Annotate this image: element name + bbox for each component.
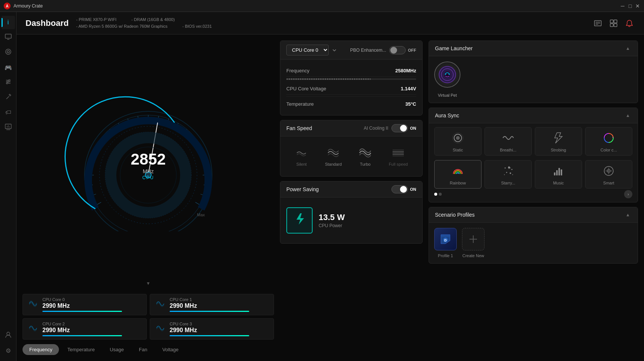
news-button[interactable] — [592, 18, 603, 29]
tab-fan[interactable]: Fan — [132, 344, 154, 355]
monitor-icon — [5, 123, 12, 132]
aura-effect-strobing[interactable]: Strobing — [535, 127, 582, 156]
pbo-toggle[interactable]: OFF — [389, 46, 416, 54]
sidebar-item-labels[interactable]: 🏷 — [2, 106, 15, 119]
game-item-virtual-pet[interactable]: Virtual Pet — [434, 61, 460, 97]
svg-point-69 — [448, 73, 450, 75]
aura-effect-music[interactable]: Music — [535, 160, 582, 189]
maximize-button[interactable]: □ — [627, 3, 633, 9]
aura-strobing-label: Strobing — [551, 148, 566, 152]
system-info: - PRIME X870-P WIFI - DRAM (16GB & 4800)… — [76, 16, 212, 30]
temperature-label: Temperature — [286, 101, 314, 107]
tab-voltage[interactable]: Voltage — [155, 344, 185, 355]
info-line2: - AMD Ryzen 5 8600G w/ Radeon 760M Graph… — [76, 23, 212, 30]
aura-effect-rainbow[interactable]: Rainbow — [434, 160, 481, 189]
sidebar-item-tools[interactable] — [2, 91, 15, 104]
fan-turbo-icon — [358, 146, 372, 160]
core-info-1: CPU Core 1 2990 MHz — [170, 297, 269, 312]
game-launcher-expand[interactable]: ▲ — [624, 45, 632, 52]
aura-music-icon — [551, 163, 566, 178]
tab-temperature[interactable]: Temperature — [60, 344, 101, 355]
game-icon-virtual-pet — [434, 61, 460, 88]
aura-music-label: Music — [553, 181, 564, 185]
aura-sync-card: Aura Sync ▲ — [429, 108, 638, 202]
core-card-0: CPU Core 0 2990 MHz — [23, 294, 147, 315]
tab-usage[interactable]: Usage — [103, 344, 131, 355]
aura-nav-next[interactable]: › — [624, 190, 632, 198]
aura-sync-title: Aura Sync — [435, 112, 459, 118]
core-info-2: CPU Core 2 2990 MHz — [42, 322, 142, 336]
frequency-label: Frequency — [286, 68, 309, 73]
info-line1: - PRIME X870-P WIFI - DRAM (16GB & 4800) — [76, 16, 212, 23]
tools-icon — [5, 93, 12, 102]
aura-bottom-nav: › — [434, 189, 632, 198]
svg-point-76 — [506, 172, 507, 173]
fan-speed-card: Fan Speed AI Cooling II ON — [280, 120, 423, 177]
profile-create-new[interactable]: Create New — [462, 228, 485, 258]
core-name-1: CPU Core 1 — [170, 297, 269, 302]
cpu-core-select[interactable]: CPU Core 0 CPU Core 1 CPU Core 2 CPU Cor… — [286, 45, 329, 55]
svg-point-73 — [505, 168, 506, 169]
power-icon — [292, 211, 307, 229]
sidebar-item-settings[interactable]: ⚙ — [2, 344, 15, 357]
voltage-value: 1.144V — [401, 86, 416, 91]
aura-static-icon — [450, 130, 465, 145]
middle-panel: CPU Core 0 CPU Core 1 CPU Core 2 CPU Cor… — [280, 40, 423, 355]
cpu-metrics-body: Frequency 2580MHz CPU Core Voltage 1.144… — [280, 60, 422, 115]
pbo-label: PBO Enhancem... — [350, 48, 386, 53]
dropdown-arrow-icon — [332, 48, 337, 53]
aura-effect-smart[interactable]: Smart — [585, 160, 632, 189]
core-name-3: CPU Core 3 — [170, 322, 269, 326]
fan-modes: Silent Standard — [286, 142, 416, 171]
sidebar-item-aura[interactable] — [2, 46, 15, 59]
core-info-0: CPU Core 0 2990 MHz — [42, 297, 142, 312]
tuning-icon — [5, 78, 12, 87]
scenario-profiles-expand[interactable]: ▲ — [624, 211, 632, 219]
sidebar-item-devices[interactable] — [2, 31, 15, 44]
fan-toggle-label: ON — [410, 126, 417, 130]
minimize-button[interactable]: ─ — [620, 3, 625, 9]
aura-starry-icon — [501, 163, 516, 178]
app-logo: A — [4, 3, 11, 9]
svg-point-4 — [6, 49, 11, 54]
sidebar-item-user[interactable] — [2, 329, 15, 342]
fan-mode-turbo[interactable]: Turbo — [358, 146, 372, 166]
header-left: Dashboard - PRIME X870-P WIFI - DRAM (16… — [26, 16, 212, 30]
sidebar-item-tuning[interactable] — [2, 76, 15, 89]
aura-effect-colorcycle[interactable]: Color c... — [585, 127, 632, 156]
fan-mode-standard[interactable]: Standard — [325, 146, 342, 166]
frequency-row: Frequency 2580MHz — [286, 65, 416, 77]
core-bar-0 — [42, 311, 122, 312]
window-controls: ─ □ ✕ — [620, 3, 640, 9]
layout-button[interactable] — [608, 18, 619, 29]
aura-dots — [434, 190, 442, 198]
aura-sync-expand[interactable]: ▲ — [624, 112, 632, 119]
aura-effect-breathing[interactable]: Breathi... — [485, 127, 532, 156]
core-name-2: CPU Core 2 — [42, 322, 142, 326]
svg-rect-25 — [614, 24, 617, 27]
notification-button[interactable] — [624, 18, 635, 29]
svg-rect-82 — [558, 168, 560, 175]
sidebar-item-home[interactable]: i — [2, 16, 15, 29]
fan-speed-title: Fan Speed — [286, 125, 312, 131]
power-toggle-label: ON — [410, 187, 417, 192]
active-indicator — [2, 18, 3, 27]
aura-rainbow-label: Rainbow — [450, 181, 466, 185]
aura-effect-starry[interactable]: Starry... — [485, 160, 532, 189]
tab-frequency[interactable]: Frequency — [23, 344, 59, 355]
close-button[interactable]: ✕ — [635, 3, 640, 9]
power-toggle[interactable]: ON — [391, 185, 417, 193]
fan-mode-fullspeed[interactable]: Full speed — [389, 146, 408, 166]
core-bar-2 — [42, 335, 122, 336]
sidebar-item-monitor[interactable] — [2, 121, 15, 134]
core-value-3: 2990 MHz — [170, 327, 269, 334]
sidebar-item-gamevisual[interactable]: 🎮 — [2, 61, 15, 74]
game-launcher-body: Virtual Pet — [429, 56, 638, 103]
fan-mode-silent[interactable]: Silent — [295, 146, 308, 166]
temperature-row: Temperature 35°C — [286, 98, 416, 110]
profile-1[interactable]: D Profile 1 — [434, 228, 457, 258]
svg-point-77 — [510, 172, 511, 174]
fan-toggle[interactable]: ON — [391, 124, 417, 132]
aura-effect-static[interactable]: Static — [434, 127, 481, 156]
titlebar: A Armoury Crate ─ □ ✕ — [0, 0, 644, 12]
